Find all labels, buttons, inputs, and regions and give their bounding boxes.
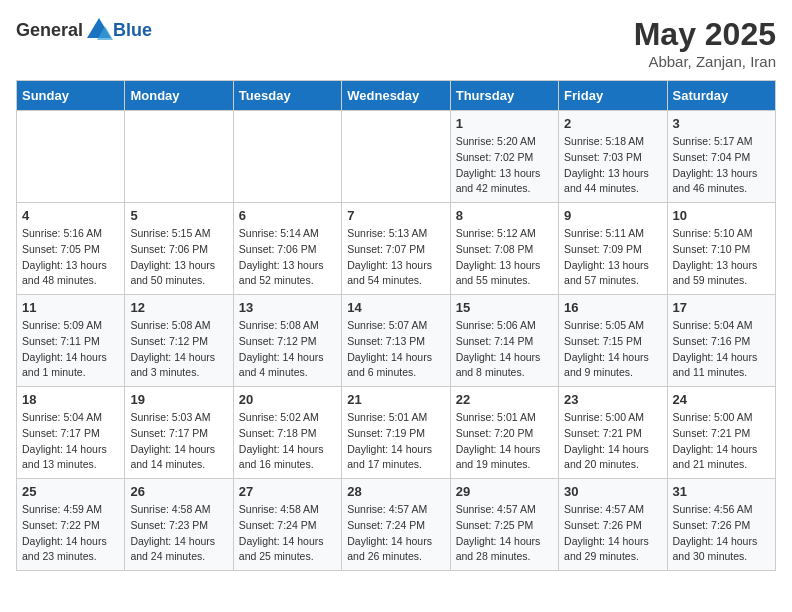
- day-cell: 10Sunrise: 5:10 AM Sunset: 7:10 PM Dayli…: [667, 203, 775, 295]
- day-cell: 13Sunrise: 5:08 AM Sunset: 7:12 PM Dayli…: [233, 295, 341, 387]
- day-number: 22: [456, 392, 553, 407]
- month-title: May 2025: [634, 16, 776, 53]
- header-day-saturday: Saturday: [667, 81, 775, 111]
- day-number: 31: [673, 484, 770, 499]
- day-number: 11: [22, 300, 119, 315]
- logo-general: General: [16, 20, 83, 41]
- day-info: Sunrise: 5:17 AM Sunset: 7:04 PM Dayligh…: [673, 134, 770, 197]
- day-cell: 3Sunrise: 5:17 AM Sunset: 7:04 PM Daylig…: [667, 111, 775, 203]
- day-info: Sunrise: 5:15 AM Sunset: 7:06 PM Dayligh…: [130, 226, 227, 289]
- day-cell: 8Sunrise: 5:12 AM Sunset: 7:08 PM Daylig…: [450, 203, 558, 295]
- day-cell: [125, 111, 233, 203]
- day-info: Sunrise: 4:56 AM Sunset: 7:26 PM Dayligh…: [673, 502, 770, 565]
- day-info: Sunrise: 5:08 AM Sunset: 7:12 PM Dayligh…: [239, 318, 336, 381]
- day-info: Sunrise: 4:58 AM Sunset: 7:23 PM Dayligh…: [130, 502, 227, 565]
- day-number: 17: [673, 300, 770, 315]
- day-number: 4: [22, 208, 119, 223]
- location-subtitle: Abbar, Zanjan, Iran: [634, 53, 776, 70]
- day-cell: 28Sunrise: 4:57 AM Sunset: 7:24 PM Dayli…: [342, 479, 450, 571]
- day-number: 3: [673, 116, 770, 131]
- day-cell: 25Sunrise: 4:59 AM Sunset: 7:22 PM Dayli…: [17, 479, 125, 571]
- header-day-wednesday: Wednesday: [342, 81, 450, 111]
- day-cell: 24Sunrise: 5:00 AM Sunset: 7:21 PM Dayli…: [667, 387, 775, 479]
- day-cell: 19Sunrise: 5:03 AM Sunset: 7:17 PM Dayli…: [125, 387, 233, 479]
- day-number: 13: [239, 300, 336, 315]
- day-number: 26: [130, 484, 227, 499]
- day-cell: [342, 111, 450, 203]
- day-cell: 21Sunrise: 5:01 AM Sunset: 7:19 PM Dayli…: [342, 387, 450, 479]
- day-number: 20: [239, 392, 336, 407]
- week-row-2: 4Sunrise: 5:16 AM Sunset: 7:05 PM Daylig…: [17, 203, 776, 295]
- day-number: 5: [130, 208, 227, 223]
- day-cell: 22Sunrise: 5:01 AM Sunset: 7:20 PM Dayli…: [450, 387, 558, 479]
- day-cell: 5Sunrise: 5:15 AM Sunset: 7:06 PM Daylig…: [125, 203, 233, 295]
- day-cell: 11Sunrise: 5:09 AM Sunset: 7:11 PM Dayli…: [17, 295, 125, 387]
- day-number: 12: [130, 300, 227, 315]
- day-number: 28: [347, 484, 444, 499]
- calendar-body: 1Sunrise: 5:20 AM Sunset: 7:02 PM Daylig…: [17, 111, 776, 571]
- day-info: Sunrise: 5:16 AM Sunset: 7:05 PM Dayligh…: [22, 226, 119, 289]
- day-info: Sunrise: 5:12 AM Sunset: 7:08 PM Dayligh…: [456, 226, 553, 289]
- header-day-sunday: Sunday: [17, 81, 125, 111]
- logo: General Blue: [16, 16, 152, 44]
- day-number: 14: [347, 300, 444, 315]
- day-number: 21: [347, 392, 444, 407]
- day-cell: 2Sunrise: 5:18 AM Sunset: 7:03 PM Daylig…: [559, 111, 667, 203]
- day-cell: [17, 111, 125, 203]
- title-block: May 2025 Abbar, Zanjan, Iran: [634, 16, 776, 70]
- day-cell: 31Sunrise: 4:56 AM Sunset: 7:26 PM Dayli…: [667, 479, 775, 571]
- day-number: 23: [564, 392, 661, 407]
- day-number: 25: [22, 484, 119, 499]
- day-info: Sunrise: 5:07 AM Sunset: 7:13 PM Dayligh…: [347, 318, 444, 381]
- day-info: Sunrise: 4:58 AM Sunset: 7:24 PM Dayligh…: [239, 502, 336, 565]
- day-number: 16: [564, 300, 661, 315]
- day-info: Sunrise: 5:08 AM Sunset: 7:12 PM Dayligh…: [130, 318, 227, 381]
- day-number: 24: [673, 392, 770, 407]
- day-cell: 1Sunrise: 5:20 AM Sunset: 7:02 PM Daylig…: [450, 111, 558, 203]
- day-info: Sunrise: 5:02 AM Sunset: 7:18 PM Dayligh…: [239, 410, 336, 473]
- day-cell: 20Sunrise: 5:02 AM Sunset: 7:18 PM Dayli…: [233, 387, 341, 479]
- day-info: Sunrise: 4:57 AM Sunset: 7:25 PM Dayligh…: [456, 502, 553, 565]
- day-cell: 23Sunrise: 5:00 AM Sunset: 7:21 PM Dayli…: [559, 387, 667, 479]
- day-cell: 27Sunrise: 4:58 AM Sunset: 7:24 PM Dayli…: [233, 479, 341, 571]
- header-day-tuesday: Tuesday: [233, 81, 341, 111]
- day-info: Sunrise: 4:59 AM Sunset: 7:22 PM Dayligh…: [22, 502, 119, 565]
- day-cell: 16Sunrise: 5:05 AM Sunset: 7:15 PM Dayli…: [559, 295, 667, 387]
- day-cell: 6Sunrise: 5:14 AM Sunset: 7:06 PM Daylig…: [233, 203, 341, 295]
- day-info: Sunrise: 5:05 AM Sunset: 7:15 PM Dayligh…: [564, 318, 661, 381]
- day-info: Sunrise: 5:00 AM Sunset: 7:21 PM Dayligh…: [673, 410, 770, 473]
- day-number: 9: [564, 208, 661, 223]
- day-info: Sunrise: 5:13 AM Sunset: 7:07 PM Dayligh…: [347, 226, 444, 289]
- week-row-3: 11Sunrise: 5:09 AM Sunset: 7:11 PM Dayli…: [17, 295, 776, 387]
- day-info: Sunrise: 5:18 AM Sunset: 7:03 PM Dayligh…: [564, 134, 661, 197]
- day-info: Sunrise: 5:20 AM Sunset: 7:02 PM Dayligh…: [456, 134, 553, 197]
- header-row: SundayMondayTuesdayWednesdayThursdayFrid…: [17, 81, 776, 111]
- day-cell: 17Sunrise: 5:04 AM Sunset: 7:16 PM Dayli…: [667, 295, 775, 387]
- day-info: Sunrise: 5:10 AM Sunset: 7:10 PM Dayligh…: [673, 226, 770, 289]
- day-number: 2: [564, 116, 661, 131]
- day-cell: 29Sunrise: 4:57 AM Sunset: 7:25 PM Dayli…: [450, 479, 558, 571]
- day-cell: 7Sunrise: 5:13 AM Sunset: 7:07 PM Daylig…: [342, 203, 450, 295]
- day-cell: 26Sunrise: 4:58 AM Sunset: 7:23 PM Dayli…: [125, 479, 233, 571]
- day-cell: 4Sunrise: 5:16 AM Sunset: 7:05 PM Daylig…: [17, 203, 125, 295]
- day-info: Sunrise: 4:57 AM Sunset: 7:24 PM Dayligh…: [347, 502, 444, 565]
- week-row-4: 18Sunrise: 5:04 AM Sunset: 7:17 PM Dayli…: [17, 387, 776, 479]
- day-info: Sunrise: 5:03 AM Sunset: 7:17 PM Dayligh…: [130, 410, 227, 473]
- page-header: General Blue May 2025 Abbar, Zanjan, Ira…: [16, 16, 776, 70]
- day-info: Sunrise: 5:01 AM Sunset: 7:19 PM Dayligh…: [347, 410, 444, 473]
- week-row-5: 25Sunrise: 4:59 AM Sunset: 7:22 PM Dayli…: [17, 479, 776, 571]
- day-info: Sunrise: 5:11 AM Sunset: 7:09 PM Dayligh…: [564, 226, 661, 289]
- day-cell: 30Sunrise: 4:57 AM Sunset: 7:26 PM Dayli…: [559, 479, 667, 571]
- day-number: 10: [673, 208, 770, 223]
- day-info: Sunrise: 5:06 AM Sunset: 7:14 PM Dayligh…: [456, 318, 553, 381]
- day-info: Sunrise: 5:04 AM Sunset: 7:17 PM Dayligh…: [22, 410, 119, 473]
- header-day-monday: Monday: [125, 81, 233, 111]
- logo-icon: [85, 16, 113, 44]
- day-info: Sunrise: 5:09 AM Sunset: 7:11 PM Dayligh…: [22, 318, 119, 381]
- day-number: 30: [564, 484, 661, 499]
- day-number: 1: [456, 116, 553, 131]
- day-number: 29: [456, 484, 553, 499]
- day-info: Sunrise: 5:01 AM Sunset: 7:20 PM Dayligh…: [456, 410, 553, 473]
- day-number: 18: [22, 392, 119, 407]
- day-info: Sunrise: 5:04 AM Sunset: 7:16 PM Dayligh…: [673, 318, 770, 381]
